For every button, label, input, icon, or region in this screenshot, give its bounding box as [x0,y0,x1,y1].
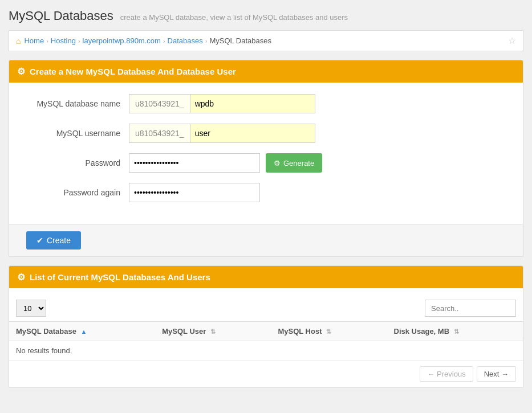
breadcrumb: ⌂ Home › Hosting › layerpointwp.890m.com… [9,30,523,51]
create-panel: ⚙ Create a New MySQL Database And Databa… [9,60,523,257]
col-db-label: MySQL Database [16,327,76,336]
db-name-prefix: u810543921_ [129,94,190,113]
password-again-row: Password again [26,183,506,202]
col-user-label: MySQL User [162,327,206,336]
username-field: u810543921_ [129,124,315,143]
password-again-field [129,183,260,202]
sort-asc-icon: ▲ [81,328,87,335]
breadcrumb-hosting[interactable]: Hosting [51,36,76,45]
list-panel-title: List of Current MySQL Databases And User… [30,272,210,282]
no-results-row: No results found. [9,341,523,361]
sort-both-icon-disk: ⇅ [454,328,459,335]
generate-button-label: Generate [283,159,314,167]
page-subtitle: create a MySQL database, view a list of … [120,13,348,22]
col-user[interactable]: MySQL User ⇅ [155,322,271,341]
per-page-select-area: 10 25 50 [16,300,46,317]
list-panel-header: ⚙ List of Current MySQL Databases And Us… [9,266,523,288]
col-db[interactable]: MySQL Database ▲ [9,322,155,341]
create-panel-header: ⚙ Create a New MySQL Database And Databa… [9,60,523,83]
gear-icon: ⚙ [17,66,25,77]
table-footer: ← Previous Next → [9,361,523,387]
breadcrumb-sep-3: › [163,38,165,44]
breadcrumb-databases[interactable]: Databases [168,36,203,45]
generate-button[interactable]: ⚙ Generate [266,153,322,173]
password-input[interactable] [129,153,260,173]
password-again-input[interactable] [129,183,260,202]
col-disk[interactable]: Disk Usage, MB ⇅ [387,322,523,341]
password-again-label: Password again [26,188,129,197]
create-button[interactable]: ✔ Create [26,231,81,250]
db-name-row: MySQL database name u810543921_ [26,94,506,113]
per-page-select[interactable]: 10 25 50 [16,300,46,317]
username-row: MySQL username u810543921_ [26,124,506,143]
list-gear-icon: ⚙ [17,272,25,283]
favorite-star-icon[interactable]: ☆ [508,35,516,46]
list-panel-body: 10 25 50 MySQL Database ▲ MySQL [9,288,523,387]
list-panel: ⚙ List of Current MySQL Databases And Us… [9,265,523,388]
col-host-label: MySQL Host [278,327,322,336]
breadcrumb-domain[interactable]: layerpointwp.890m.com [83,36,161,45]
username-label: MySQL username [26,129,129,138]
breadcrumb-sep-2: › [78,38,80,44]
col-host[interactable]: MySQL Host ⇅ [271,322,387,341]
breadcrumb-sep-1: › [46,38,48,44]
gear-small-icon: ⚙ [274,159,281,167]
home-icon: ⌂ [16,36,21,46]
create-button-label: Create [47,236,71,245]
next-button[interactable]: Next → [477,366,516,382]
create-panel-footer: ✔ Create [9,224,523,256]
breadcrumb-sep-4: › [205,38,208,44]
create-panel-body: MySQL database name u810543921_ MySQL us… [9,83,523,224]
username-prefix: u810543921_ [129,124,190,143]
previous-button[interactable]: ← Previous [420,366,473,382]
col-disk-label: Disk Usage, MB [394,327,450,336]
breadcrumb-home[interactable]: Home [24,36,44,45]
mysql-databases-table: MySQL Database ▲ MySQL User ⇅ MySQL Host… [9,321,523,361]
table-header-row: MySQL Database ▲ MySQL User ⇅ MySQL Host… [9,322,523,341]
db-name-label: MySQL database name [26,99,129,108]
password-field: ⚙ Generate [129,153,322,173]
sort-both-icon-host: ⇅ [326,328,331,335]
list-controls: 10 25 50 [9,295,523,321]
page-title: MySQL Databases [9,9,113,23]
db-name-input[interactable] [190,94,315,113]
password-label: Password [26,158,129,167]
search-input[interactable] [425,300,516,317]
sort-both-icon-user: ⇅ [210,328,216,335]
no-results-cell: No results found. [9,341,523,361]
checkmark-icon: ✔ [36,236,43,245]
username-input[interactable] [190,124,315,143]
password-row: Password ⚙ Generate [26,153,506,173]
create-panel-title: Create a New MySQL Database And Database… [30,67,236,76]
db-name-field: u810543921_ [129,94,315,113]
breadcrumb-current: MySQL Databases [209,36,271,45]
